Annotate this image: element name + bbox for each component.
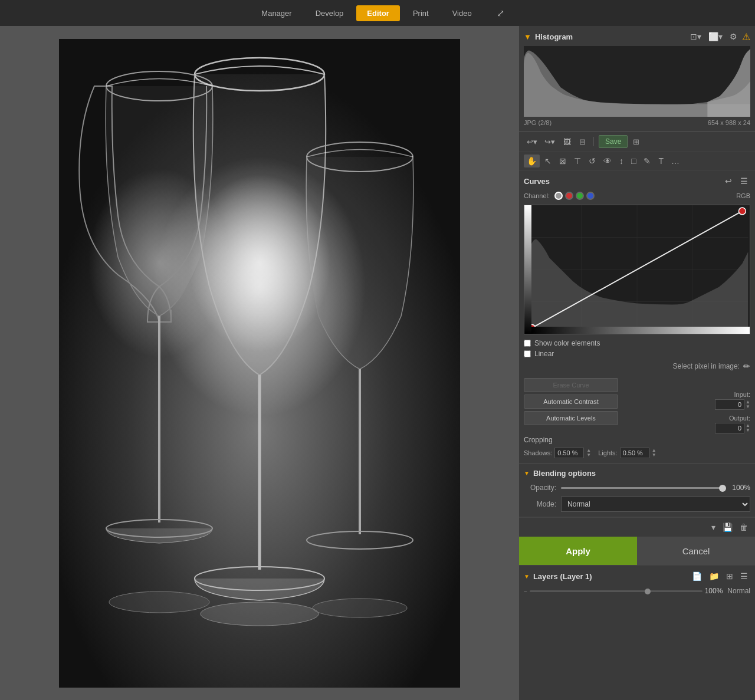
histogram-actions: ⊡▾ ⬜▾ ⚙ ⚠ [688,31,750,42]
arrow-tool[interactable]: ↕ [616,155,626,167]
panel-save-btn[interactable]: 💾 [720,521,735,533]
cropping-title: Cropping [524,436,750,444]
straighten-tool[interactable]: ⊤ [571,155,584,167]
input-field[interactable] [715,399,744,410]
tools-row: ✋ ↖ ⊠ ⊤ ↺ 👁 ↕ □ ✎ T … [519,152,755,170]
channel-label: Channel: [524,192,550,199]
right-panel: ▼ Histogram ⊡▾ ⬜▾ ⚙ ⚠ [519,26,755,700]
rectangle-tool[interactable]: □ [628,155,639,167]
opacity-row: Opacity: 100% [524,484,750,492]
image-area [0,26,519,700]
erase-curve-button[interactable]: Erase Curve [524,378,618,392]
undo-button[interactable]: ↩▾ [524,136,540,148]
svg-point-15 [313,599,407,617]
redo-button[interactable]: ↪▾ [541,136,558,148]
brush-tool[interactable]: ✎ [641,155,654,167]
select-tool[interactable]: ↖ [541,155,554,167]
channel-blue-dot[interactable] [586,192,595,200]
channel-rgb-dot[interactable] [554,192,563,200]
histogram-clip-btn[interactable]: ⊡▾ [688,31,704,42]
rotate-tool[interactable]: ↺ [586,155,599,167]
curves-actions: ↩ ☰ [723,175,750,187]
histogram-view-btn[interactable]: ⬜▾ [706,31,725,42]
zoom-thumb[interactable] [645,589,651,594]
more-tool[interactable]: … [668,155,682,167]
blending-title: Blending options [533,469,596,478]
curves-section: Curves ↩ ☰ Channel: RGB [519,170,755,464]
toolbar-divider [593,137,594,146]
linear-row: Linear [524,350,750,358]
image-container [59,39,460,688]
save-options-btn[interactable]: ⊞ [630,136,642,148]
curves-undo-btn[interactable]: ↩ [723,175,734,187]
output-down-arrow[interactable]: ▼ [746,428,750,433]
histogram-section: ▼ Histogram ⊡▾ ⬜▾ ⚙ ⚠ [519,26,755,132]
tab-editor[interactable]: Editor [356,5,400,21]
channel-green-dot[interactable] [576,192,584,200]
lights-spin: ▲ ▼ [652,448,656,458]
panel-delete-btn[interactable]: 🗑 [737,521,750,533]
input-output-section: Input: ▲ ▼ Output: [715,391,750,433]
lights-input[interactable] [620,448,649,458]
curves-menu-btn[interactable]: ☰ [738,175,750,187]
input-group: Input: ▲ ▼ [715,391,750,410]
expand-icon[interactable]: ⤢ [497,8,504,19]
curves-graph[interactable] [524,205,750,334]
apply-button[interactable]: Apply [519,537,637,565]
histogram-settings-btn[interactable]: ⚙ [727,31,740,42]
show-color-label: Show color elements [534,339,600,347]
dimensions: 654 x 988 x 24 [708,119,750,126]
histogram-canvas [524,46,750,117]
mode-row: Mode: Normal Multiply Screen Overlay [524,497,750,512]
eye-tool[interactable]: 👁 [600,155,615,167]
layers-title: ▼ Layers (Layer 1) [524,572,592,581]
image-view-btn[interactable]: 🖼 [560,136,574,148]
svg-point-10 [189,175,330,351]
linear-checkbox[interactable] [524,350,531,357]
curves-bottom: Erase Curve Automatic Contrast Automatic… [524,374,750,433]
layers-bottom: − 100% Normal [524,587,750,595]
svg-point-25 [738,208,746,215]
shadows-down[interactable]: ▼ [586,453,591,458]
compare-btn[interactable]: ⊟ [576,136,589,148]
cropping-section: Cropping Shadows: ▲ ▼ Lights: [524,436,750,458]
tab-manager[interactable]: Manager [251,5,302,21]
svg-point-13 [109,591,209,613]
pan-tool[interactable]: ✋ [524,155,540,167]
lights-down[interactable]: ▼ [652,453,656,458]
panel-action-btn1[interactable]: ▾ [709,521,718,533]
opacity-slider[interactable] [561,487,725,489]
show-color-checkbox[interactable] [524,340,531,347]
mode-select[interactable]: Normal Multiply Screen Overlay [561,497,750,512]
crop-tool[interactable]: ⊠ [556,155,569,167]
zoom-slider[interactable] [530,590,703,592]
save-button[interactable]: Save [599,135,628,148]
layers-folder-btn[interactable]: 📁 [707,570,721,582]
eyedropper-icon[interactable]: ✏ [743,361,750,371]
input-label: Input: [734,391,750,398]
channel-red-dot[interactable] [565,192,573,200]
layers-arrow: ▼ [524,573,530,580]
layers-new-btn[interactable]: 📄 [690,570,704,582]
tab-video[interactable]: Video [442,5,482,21]
cancel-button[interactable]: Cancel [637,537,755,565]
input-down-arrow[interactable]: ▼ [746,405,750,409]
histogram-header: ▼ Histogram ⊡▾ ⬜▾ ⚙ ⚠ [524,31,750,42]
shadows-spin: ▲ ▼ [586,448,591,458]
automatic-levels-button[interactable]: Automatic Levels [524,411,618,425]
output-group: Output: ▲ ▼ [715,415,750,433]
tab-print[interactable]: Print [402,5,439,21]
automatic-contrast-button[interactable]: Automatic Contrast [524,395,618,409]
curve-buttons: Erase Curve Automatic Contrast Automatic… [524,378,618,425]
text-tool[interactable]: T [655,155,667,167]
show-color-row: Show color elements [524,339,750,347]
tab-develop[interactable]: Develop [305,5,354,21]
output-field[interactable] [715,423,744,433]
layers-group-btn[interactable]: ⊞ [724,570,736,582]
shadows-input[interactable] [554,448,584,458]
opacity-thumb[interactable] [719,485,726,492]
curves-options: Show color elements Linear Select pixel … [524,339,750,458]
layers-actions: 📄 📁 ⊞ ☰ [690,570,750,582]
layers-menu-btn[interactable]: ☰ [738,570,750,582]
wine-glasses-image [59,39,460,688]
